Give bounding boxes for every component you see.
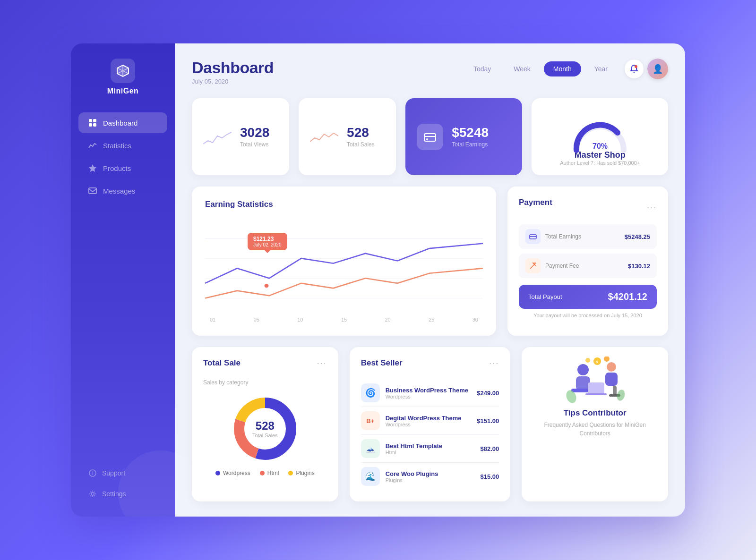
svg-point-37 — [604, 356, 610, 362]
sales-value: 528 — [347, 126, 375, 140]
filter-today[interactable]: Today — [464, 61, 500, 76]
x-label-6: 25 — [429, 317, 434, 322]
sales-mini-chart — [310, 127, 338, 146]
earnings-icon — [417, 124, 443, 150]
tooltip-amount: $121.23 — [253, 236, 282, 242]
best-seller-menu-button[interactable]: ··· — [489, 358, 499, 368]
total-sale-header: Total Sale ··· — [203, 358, 327, 377]
earning-stats-title: Earning Statistics — [205, 200, 483, 209]
payment-earnings-left: Total Earnings — [525, 229, 581, 244]
seller-name-1: Degital WordPress Theme — [386, 415, 472, 422]
avatar-button[interactable]: 👤 — [647, 59, 668, 79]
payout-note: Your payout will be processed on July 15… — [519, 313, 657, 318]
list-item: B+ Degital WordPress Theme Wordpress $15… — [361, 407, 499, 435]
seller-price-1: $151.00 — [477, 417, 499, 424]
svg-rect-2 — [89, 123, 92, 127]
sidebar-item-dashboard[interactable]: Dashboard — [78, 112, 167, 133]
support-icon: i — [88, 468, 97, 478]
sidebar-item-products[interactable]: Products — [78, 158, 167, 178]
best-seller-header: Best Seller ··· — [361, 358, 499, 377]
seller-price-2: $82.00 — [481, 445, 499, 452]
chart-x-axis: 01 05 10 15 20 25 30 — [205, 317, 483, 322]
best-seller-card: Best Seller ··· 🌀 Business WordPress The… — [350, 347, 511, 501]
earnings-value: $5248 — [452, 126, 489, 140]
payment-earnings-label: Total Earnings — [545, 233, 581, 240]
payment-menu-button[interactable]: ··· — [647, 203, 657, 212]
seller-info-2: Best Html Template Html — [386, 442, 475, 455]
stat-info-sales: 528 Total Sales — [347, 126, 375, 148]
earnings-label: Total Earnings — [452, 141, 489, 148]
tips-illustration: $ — [562, 356, 628, 404]
header-right: Today Week Month Year 👤 — [464, 59, 668, 79]
bottom-row: Total Sale ··· Sales by category — [192, 347, 668, 501]
seller-info-3: Core Woo Plugins Plugins — [386, 470, 475, 483]
svg-line-21 — [530, 263, 536, 269]
tips-title: Tips Contributor — [564, 408, 627, 418]
sidebar-item-settings[interactable]: Settings — [78, 484, 167, 503]
settings-icon — [88, 489, 97, 499]
list-item: 🗻 Best Html Template Html $82.00 — [361, 435, 499, 463]
gauge-card: 70% Master Shop Author Level 7: Has sold… — [532, 98, 668, 175]
donut-total: 528 — [252, 419, 278, 433]
svg-rect-3 — [93, 123, 96, 127]
svg-point-9 — [635, 65, 637, 68]
legend-label-wordpress: Wordpress — [223, 470, 250, 476]
chart-tooltip: $121.23 July 02, 2020 — [248, 233, 287, 250]
sales-label: Total Sales — [347, 141, 375, 148]
main-content: Dashboard July 05, 2020 Today Week Month… — [175, 43, 685, 517]
legend-dot-html — [260, 471, 265, 475]
x-label-2: 05 — [254, 317, 259, 322]
sidebar-item-statistics[interactable]: Statistics — [78, 135, 167, 156]
legend-wordpress: Wordpress — [215, 470, 250, 476]
seller-cat-1: Wordpress — [386, 422, 472, 427]
seller-price-3: $15.00 — [481, 473, 499, 480]
svg-rect-33 — [613, 386, 617, 395]
stat-card-sales: 528 Total Sales — [299, 98, 396, 175]
payout-label: Total Payout — [528, 293, 562, 300]
seller-info-0: Business WordPress Theme Wordpress — [386, 387, 472, 399]
sidebar-bottom: i Support Settings — [71, 464, 175, 505]
payment-earnings-value: $5248.25 — [625, 233, 650, 240]
sidebar-item-label: Messages — [103, 187, 135, 195]
filter-week[interactable]: Week — [504, 61, 540, 76]
list-item: 🌀 Business WordPress Theme Wordpress $24… — [361, 379, 499, 407]
donut-label: Total Sales — [252, 433, 278, 438]
payment-card-icon — [525, 229, 541, 244]
legend-html: Html — [260, 470, 279, 476]
filter-year[interactable]: Year — [585, 61, 617, 76]
svg-point-18 — [264, 283, 269, 288]
content-row: Earning Statistics — [192, 187, 668, 336]
notification-button[interactable] — [625, 59, 644, 78]
sidebar-item-support[interactable]: i Support — [78, 464, 167, 483]
payment-title: Payment — [519, 198, 552, 207]
total-sale-menu-button[interactable]: ··· — [317, 358, 327, 368]
filter-month[interactable]: Month — [544, 61, 581, 76]
statistics-icon — [88, 141, 97, 150]
legend-dot-plugins — [288, 471, 293, 475]
svg-text:70%: 70% — [593, 142, 608, 150]
stat-info-earnings: $5248 Total Earnings — [452, 126, 489, 148]
payment-fee-value: $130.12 — [628, 263, 650, 270]
svg-text:i: i — [92, 471, 93, 476]
sidebar-item-label: Dashboard — [103, 119, 137, 127]
total-sale-card: Total Sale ··· Sales by category — [192, 347, 338, 501]
earning-stats-card: Earning Statistics — [192, 187, 496, 336]
svg-point-26 — [577, 364, 589, 375]
views-value: 3028 — [240, 126, 269, 140]
seller-cat-0: Wordpress — [386, 394, 472, 399]
legend-label-html: Html — [267, 470, 279, 476]
sidebar-item-messages[interactable]: Messages — [78, 180, 167, 201]
svg-point-38 — [585, 358, 590, 363]
tooltip-date: July 02, 2020 — [253, 242, 282, 247]
payout-button[interactable]: Total Payout $4201.12 — [519, 285, 657, 309]
svg-rect-30 — [585, 393, 607, 395]
seller-info-1: Degital WordPress Theme Wordpress — [386, 415, 472, 427]
svg-rect-5 — [89, 188, 96, 194]
x-label-4: 15 — [341, 317, 347, 322]
total-sale-subtitle: Sales by category — [203, 379, 327, 386]
seller-cat-2: Html — [386, 450, 475, 455]
avatar: 👤 — [647, 59, 668, 79]
x-label-7: 30 — [472, 317, 478, 322]
svg-rect-1 — [93, 119, 96, 122]
payment-earnings-row: Total Earnings $5248.25 — [519, 224, 657, 249]
